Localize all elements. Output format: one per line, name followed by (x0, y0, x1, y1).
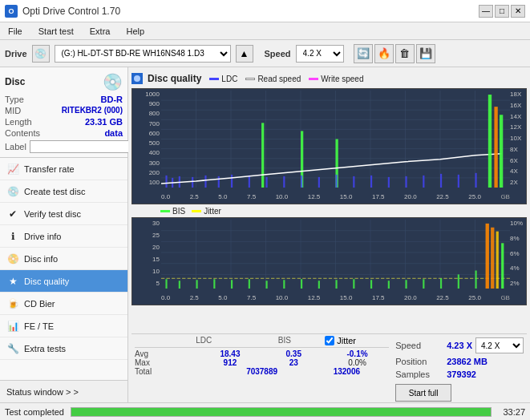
sidebar-item-label: Verify test disc (24, 209, 81, 219)
sidebar-item-verify-test-disc[interactable]: ✔ Verify test disc (0, 203, 127, 225)
menu-extra[interactable]: Extra (85, 25, 115, 38)
sidebar-item-label: CD Bier (24, 299, 55, 309)
status-time: 33:27 (503, 407, 525, 417)
svg-rect-32 (318, 177, 320, 188)
bis-chart-svg (161, 220, 510, 289)
sidebar-item-extra-tests[interactable]: 🔧 Extra tests (0, 337, 127, 360)
sidebar-item-disc-quality[interactable]: ★ Disc quality (0, 270, 127, 293)
disc-contents-row: Contents data (5, 128, 123, 138)
erase-icon[interactable]: 🗑 (395, 44, 415, 63)
svg-rect-34 (353, 176, 354, 188)
drive-select[interactable]: (G:) HL-DT-ST BD-RE WH16NS48 1.D3 (55, 45, 231, 63)
verify-test-disc-icon: ✔ (6, 208, 19, 220)
drivebar: Drive 💿 (G:) HL-DT-ST BD-RE WH16NS48 1.D… (0, 40, 530, 67)
bis-x-labels: 0.0 2.5 5.0 7.5 10.0 12.5 15.0 17.5 20.0… (161, 290, 510, 305)
titlebar-controls: — □ ✕ (479, 5, 525, 18)
status-window-label: Status window > > (6, 387, 79, 397)
max-ldc: 912 (198, 358, 261, 367)
disc-quality-icon: ★ (6, 275, 19, 288)
total-label: Total (135, 367, 220, 376)
disc-label-input[interactable] (30, 140, 133, 153)
disc-length-value: 23.31 GB (85, 117, 123, 127)
svg-rect-82 (501, 243, 504, 289)
jitter-check-container: Jitter (325, 336, 389, 345)
sidebar-item-label: Transfer rate (24, 164, 75, 174)
svg-rect-40 (458, 175, 459, 188)
sidebar-item-drive-info[interactable]: ℹ Drive info (0, 225, 127, 248)
svg-rect-43 (494, 107, 497, 188)
ldc-y-right-labels: 18X 16X 14X 12X 10X 8X 6X 4X 2X (508, 89, 526, 188)
sidebar-item-label: FE / TE (24, 321, 54, 331)
svg-rect-77 (458, 274, 459, 289)
sidebar-item-disc-info[interactable]: 📀 Disc info (0, 248, 127, 270)
extra-tests-icon: 🔧 (6, 342, 19, 355)
disc-contents-value: data (104, 128, 123, 138)
titlebar-left: O Opti Drive Control 1.70 (5, 5, 120, 18)
disc-label-row: Label 🔍 (5, 139, 123, 154)
disc-mid-row: MID RITEKBR2 (000) (5, 106, 123, 115)
sidebar-item-label: Extra tests (24, 344, 66, 353)
jitter-checkbox[interactable] (325, 336, 334, 345)
titlebar: O Opti Drive Control 1.70 — □ ✕ (0, 0, 530, 22)
content-area: Disc quality LDC Read speed Write speed (128, 67, 530, 402)
disc-contents-label: Contents (5, 128, 40, 138)
svg-rect-70 (336, 280, 338, 289)
dq-header-icon (131, 73, 143, 84)
svg-rect-30 (283, 176, 285, 188)
bis-chart: 30 25 20 15 10 5 10% 8% 6% 4% 2% (131, 217, 527, 305)
sidebar-item-cd-bier[interactable]: 🍺 CD Bier (0, 293, 127, 315)
svg-rect-31 (301, 176, 302, 188)
minimize-button[interactable]: — (479, 5, 493, 18)
stats-th-ldc: LDC (164, 336, 245, 345)
menubar: File Start test Extra Help (0, 22, 530, 40)
bis-y-right-labels: 10% 8% 6% 4% 2% (508, 218, 526, 289)
ldc-chart-svg (161, 91, 510, 188)
sidebar-item-fe-te[interactable]: 📊 FE / TE (0, 315, 127, 337)
legend-write-speed: Write speed (309, 75, 363, 83)
speed-select2[interactable]: 4.2 X (475, 337, 524, 353)
legend-jitter-label: Jitter (204, 207, 221, 216)
refresh-icon[interactable]: 🔄 (354, 44, 373, 63)
dq-legend: LDC Read speed Write speed (209, 75, 363, 83)
maximize-button[interactable]: □ (495, 5, 509, 18)
eject-icon[interactable]: ▲ (236, 45, 253, 63)
ldc-chart: 1000 900 800 700 600 500 400 300 200 100… (131, 88, 527, 204)
sidebar-item-label: Create test disc (24, 187, 85, 196)
progress-bar (71, 407, 492, 417)
legend-jitter: Jitter (192, 207, 221, 216)
save-icon[interactable]: 💾 (416, 44, 435, 63)
status-window-link[interactable]: Status window > > (0, 380, 127, 402)
legend-read-speed-label: Read speed (257, 75, 301, 83)
legend-ldc-label: LDC (221, 75, 237, 83)
close-button[interactable]: ✕ (511, 5, 525, 18)
sidebar-item-transfer-rate[interactable]: 📈 Transfer rate (0, 158, 127, 180)
svg-rect-22 (204, 176, 206, 188)
app-icon: O (5, 5, 18, 18)
disc-label-label: Label (5, 142, 26, 151)
menu-file[interactable]: File (3, 25, 27, 38)
svg-rect-80 (491, 228, 494, 289)
main-area: Disc 💿 Type BD-R MID RITEKBR2 (000) Leng… (0, 67, 530, 402)
legend-bis: BIS (160, 207, 185, 216)
transfer-rate-icon: 📈 (6, 163, 19, 176)
svg-rect-76 (440, 278, 442, 289)
disc-title: Disc (5, 76, 25, 87)
legend-read-speed: Read speed (245, 75, 301, 83)
sidebar-item-create-test-disc[interactable]: 💿 Create test disc (0, 180, 127, 203)
svg-rect-81 (496, 232, 499, 289)
speed-label: Speed (265, 49, 291, 59)
speed-select[interactable]: 4.2 X (296, 45, 344, 63)
start-full-button[interactable]: Start full (395, 384, 451, 402)
menu-help[interactable]: Help (121, 25, 149, 38)
speed-row: Speed 4.23 X 4.2 X (395, 337, 524, 353)
svg-rect-37 (406, 176, 407, 188)
svg-rect-23 (218, 176, 220, 188)
disc-quality-header: Disc quality LDC Read speed Write speed (131, 71, 527, 87)
svg-rect-64 (231, 280, 233, 289)
svg-rect-25 (249, 176, 250, 188)
max-label: Max (135, 358, 198, 367)
burn-icon[interactable]: 🔥 (374, 44, 394, 63)
sidebar-nav: 📈 Transfer rate 💿 Create test disc ✔ Ver… (0, 158, 127, 380)
menu-start-test[interactable]: Start test (34, 25, 79, 38)
chart2-legend: BIS Jitter (131, 206, 527, 216)
